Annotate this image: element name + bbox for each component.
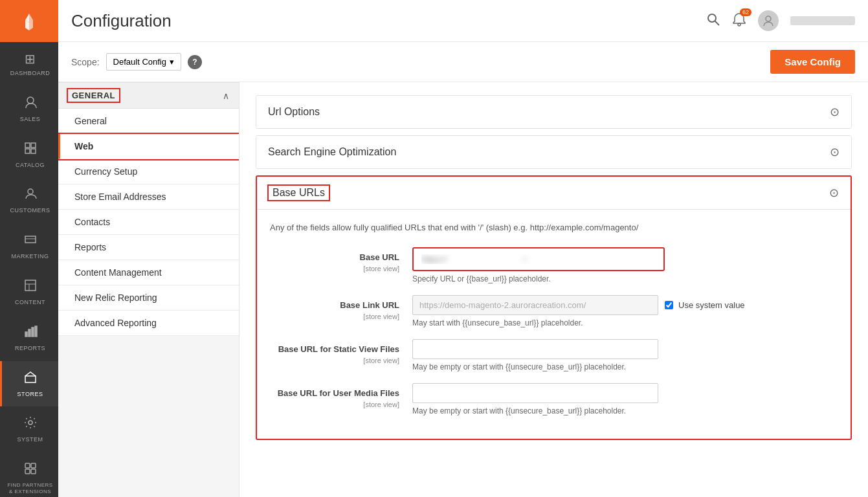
logo[interactable] [0,0,58,42]
system-icon [23,415,38,433]
avatar[interactable] [758,10,779,31]
base-url-static-sublabel: [store view] [363,357,399,364]
base-url-static-input[interactable] [412,339,658,359]
svg-rect-16 [25,332,27,337]
url-options-header[interactable]: Url Options ⊙ [256,96,851,128]
sidebar-item-customers[interactable]: CUSTOMERS [0,177,58,223]
svg-point-28 [738,23,740,26]
save-config-button[interactable]: Save Config [770,50,855,74]
marketing-icon [23,232,38,250]
partners-icon [23,461,38,479]
base-url-media-field-group: May be empty or start with {{unsecure_ba… [412,383,838,415]
sidebar-item-content[interactable]: CONTENT [0,269,58,315]
svg-marker-11 [25,236,36,243]
sidebar-item-catalog[interactable]: CATALOG [0,132,58,178]
top-header: Configuration 62 [58,0,868,42]
scope-select[interactable]: Default Config ▾ [106,53,181,71]
svg-rect-20 [25,376,36,382]
notification-count: 62 [740,8,751,16]
page-title: Configuration [71,11,172,31]
url-options-title: Url Options [268,106,320,118]
system-value-group: Use system value [665,300,745,310]
scope-bar: Scope: Default Config ▾ ? Save Config [58,42,868,82]
base-url-input-wrapper [412,247,665,271]
svg-line-27 [715,21,720,25]
base-link-url-sublabel: [store view] [363,313,399,320]
base-url-label-group: Base URL [store view] [270,247,412,274]
svg-rect-22 [25,463,30,468]
customers-icon [23,186,38,204]
url-options-section: Url Options ⊙ [256,95,852,129]
reports-icon [23,324,38,342]
menu-item-web[interactable]: Web [58,134,239,159]
right-panel: Url Options ⊙ Search Engine Optimization… [239,82,868,497]
sidebar-item-stores[interactable]: STORES [0,361,58,407]
content-area: GENERAL ∧ General Web Currency Setup Sto… [58,82,868,497]
sidebar-item-partners[interactable]: FIND PARTNERS & EXTENSIONS [0,452,58,497]
base-url-static-row: Base URL for Static View Files [store vi… [270,339,838,371]
system-value-label: Use system value [678,300,745,310]
base-url-static-label-group: Base URL for Static View Files [store vi… [270,339,412,366]
svg-point-26 [708,14,716,22]
base-url-media-sublabel: [store view] [363,401,399,408]
base-urls-header[interactable]: Base URLs ⊙ [257,177,851,209]
base-url-hint: Specify URL or {{base_url}} placeholder. [412,274,838,283]
base-url-sublabel: [store view] [363,265,399,272]
base-url-field-group: Specify URL or {{base_url}} placeholder. [412,247,838,283]
svg-point-5 [27,97,34,104]
notifications-button[interactable]: 62 [732,12,746,30]
sidebar-item-system[interactable]: SYSTEM [0,406,58,452]
stores-icon [23,370,38,388]
menu-item-contacts[interactable]: Contacts [58,210,239,235]
use-system-value-checkbox[interactable] [665,301,673,309]
svg-point-10 [28,189,33,194]
base-url-media-row: Base URL for User Media Files [store vie… [270,383,838,415]
main-area: Configuration 62 Scope: Default Config ▾… [58,0,868,497]
menu-item-new-relic[interactable]: New Relic Reporting [58,285,239,311]
search-button[interactable] [706,12,720,30]
svg-rect-7 [31,143,36,148]
base-link-url-label-group: Base Link URL [store view] [270,295,412,322]
menu-item-advanced-reporting[interactable]: Advanced Reporting [58,311,239,336]
base-url-input[interactable] [415,250,662,269]
menu-item-reports[interactable]: Reports [58,235,239,260]
base-url-row: Base URL [store view] Specify URL or {{b… [270,247,838,283]
seo-title: Search Engine Optimization [268,146,396,158]
catalog-icon [23,141,38,159]
seo-header[interactable]: Search Engine Optimization ⊙ [256,136,851,168]
base-url-media-input[interactable] [412,383,658,403]
help-icon[interactable]: ? [188,55,202,69]
base-url-media-hint: May be empty or start with {{unsecure_ba… [412,406,838,415]
menu-item-content-mgmt[interactable]: Content Management [58,260,239,285]
svg-rect-9 [31,149,36,153]
base-urls-title: Base URLs [269,186,329,200]
base-link-url-input[interactable] [412,295,658,315]
content-icon [23,278,38,296]
svg-rect-23 [31,463,36,468]
base-url-label: Base URL [270,252,399,263]
user-name [790,16,855,25]
general-section-header[interactable]: GENERAL ∧ [58,82,239,109]
general-section-title: GENERAL [68,89,119,102]
sidebar-item-dashboard[interactable]: ⊞ DASHBOARD [0,42,58,86]
menu-item-currency[interactable]: Currency Setup [58,159,239,184]
base-link-url-row: Base Link URL [store view] Use system va… [270,295,838,327]
svg-rect-19 [35,326,37,337]
seo-expand-icon: ⊙ [830,145,840,159]
sidebar-item-reports[interactable]: REPORTS [0,315,58,361]
base-urls-collapse-icon: ⊙ [829,186,839,200]
base-urls-section: Base URLs ⊙ Any of the fields allow full… [256,175,852,440]
header-right: 62 [706,10,855,31]
sidebar: ⊞ DASHBOARD SALES CATALOG CUSTOMERS MARK… [0,0,58,497]
menu-item-general[interactable]: General [58,109,239,134]
svg-point-29 [766,16,771,21]
svg-rect-13 [25,280,36,291]
scope-value: Default Config [113,57,166,67]
base-link-url-row-inner: Use system value [412,295,838,315]
url-options-expand-icon: ⊙ [830,105,840,119]
sidebar-item-sales[interactable]: SALES [0,86,58,132]
menu-item-email[interactable]: Store Email Addresses [58,184,239,210]
search-icon [706,12,720,27]
sidebar-item-marketing[interactable]: MARKETING [0,223,58,269]
dashboard-icon: ⊞ [25,51,36,67]
